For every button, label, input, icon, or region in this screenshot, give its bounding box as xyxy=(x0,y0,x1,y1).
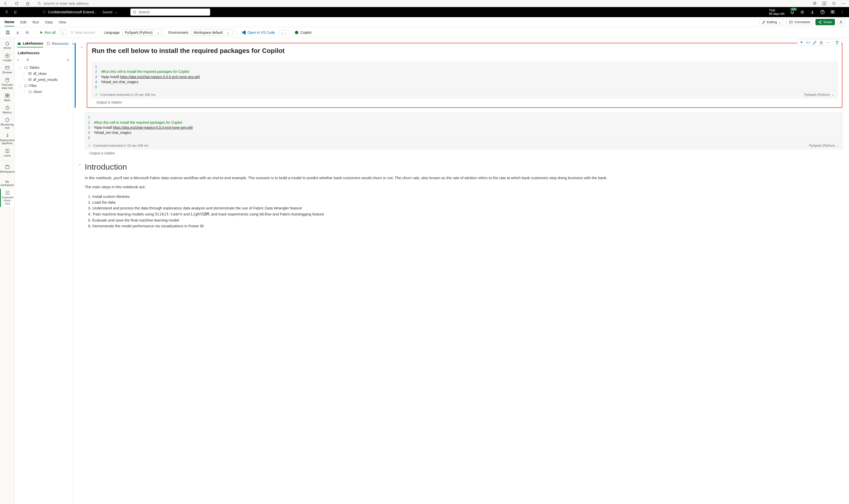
open-vscode-button[interactable]: Open in VS Code xyxy=(240,29,276,36)
rail-apps[interactable]: Apps xyxy=(0,91,14,103)
saved-status: Saved xyxy=(102,10,112,14)
app-more-icon[interactable]: ⋮ xyxy=(841,10,844,14)
chevron-down-icon[interactable]: ⌄ xyxy=(60,30,66,35)
edit-icon[interactable] xyxy=(813,40,817,44)
settings-icon[interactable] xyxy=(800,10,804,14)
address-bar[interactable]: Search or enter web address xyxy=(35,1,808,5)
svg-point-16 xyxy=(295,31,298,34)
svg-point-8 xyxy=(831,11,833,12)
cell-intro: ⌄ Introduction In this notebook, you'll … xyxy=(75,160,843,229)
chevron-down-icon[interactable]: ⌄ xyxy=(279,30,285,35)
save-icon[interactable] xyxy=(4,29,12,36)
svg-rect-35 xyxy=(820,42,822,44)
app-letter[interactable]: C xyxy=(14,10,39,14)
search-input[interactable]: Search xyxy=(131,8,210,16)
cell-lang[interactable]: PySpark (Python) ⌄ xyxy=(809,144,839,147)
waffle-icon[interactable]: ⠿ xyxy=(2,10,11,14)
gear-icon[interactable] xyxy=(24,30,31,36)
cell-2: 12345 #Run this cell to install the requ… xyxy=(75,112,843,156)
rail-metrics[interactable]: Metrics xyxy=(0,104,14,116)
back-icon[interactable] xyxy=(3,1,7,5)
svg-point-9 xyxy=(833,11,834,12)
svg-rect-30 xyxy=(25,67,28,69)
chevron-down-icon[interactable]: ⌄ xyxy=(114,10,117,14)
toolbar: Run all ⌄ Stop session Language PySpark … xyxy=(0,27,849,38)
people-button[interactable] xyxy=(837,19,845,26)
collapse-chevron[interactable]: ⌄ xyxy=(78,162,81,229)
environment-dropdown[interactable]: Workspace default⌄ xyxy=(191,29,232,36)
switch-icon[interactable] xyxy=(66,58,70,62)
breadcrumb[interactable]: 🛡 Confidential\Microsoft Extend... · Sav… xyxy=(42,10,117,14)
code-block[interactable]: 12345 #Run this cell to install the requ… xyxy=(85,112,843,149)
more-icon[interactable] xyxy=(842,1,846,5)
cell-title: Run the cell below to install the requir… xyxy=(92,47,837,55)
output-hidden[interactable]: Output is hidden xyxy=(85,149,843,156)
rail-browse[interactable]: Browse xyxy=(0,64,14,76)
environment-label: Environment xyxy=(169,31,188,35)
stop-session-button[interactable]: Stop session xyxy=(69,30,97,36)
refresh-icon[interactable] xyxy=(15,1,19,5)
download-icon[interactable] xyxy=(810,10,815,14)
tab-view[interactable]: View xyxy=(58,18,66,26)
collapse-chevron[interactable]: ⌄ xyxy=(80,44,83,108)
help-icon[interactable] xyxy=(820,10,825,14)
search-icon xyxy=(37,1,41,5)
home-icon[interactable] xyxy=(26,1,30,5)
download-icon[interactable] xyxy=(14,30,21,36)
tree-df-pred[interactable]: ›df_pred_results xyxy=(16,77,71,83)
comments-button[interactable]: Comments xyxy=(786,19,813,25)
favorites-icon[interactable] xyxy=(832,1,836,5)
account-icon[interactable] xyxy=(830,10,835,14)
chevron-down-icon: ⌄ xyxy=(157,31,160,35)
side-panel: Lakehouses Resources « Lakehouses r ⌄Tab… xyxy=(15,38,73,504)
delete-icon[interactable] xyxy=(835,40,839,44)
lock-icon[interactable] xyxy=(819,40,823,44)
rail-create[interactable]: Create xyxy=(0,52,14,64)
more-icon[interactable]: ⋯ xyxy=(826,40,830,44)
tab-run[interactable]: Run xyxy=(33,18,39,26)
notifications-icon[interactable]: 125 xyxy=(790,10,795,14)
svg-point-11 xyxy=(819,22,820,23)
run-all-button[interactable]: Run all xyxy=(38,30,57,36)
tree-df-clean[interactable]: ›df_clean xyxy=(16,71,71,77)
sidetab-resources[interactable]: Resources xyxy=(47,40,69,47)
share-button[interactable]: Share xyxy=(815,19,835,25)
exec-status: -Command executed in 15 sec 426 ms xyxy=(99,93,156,96)
panel-title: Lakehouses xyxy=(15,48,73,56)
rail-workspaces[interactable]: Workspaces xyxy=(0,163,14,175)
rail-learn[interactable]: Learn xyxy=(0,147,14,159)
split-icon[interactable] xyxy=(822,1,826,5)
output-hidden[interactable]: Output is hidden xyxy=(92,98,837,105)
rail-onelake[interactable]: OneLake data hub xyxy=(0,76,14,91)
pin-icon[interactable] xyxy=(26,58,30,62)
code-icon[interactable] xyxy=(806,40,810,44)
rail-deploy[interactable]: Deployment pipelines xyxy=(0,131,14,146)
sidetab-lakehouses[interactable]: Lakehouses xyxy=(17,40,43,47)
notification-badge: 125 xyxy=(790,8,797,11)
rail-myworkspace[interactable]: My workspace xyxy=(0,178,14,188)
tree-files[interactable]: ⌄Files xyxy=(16,83,71,89)
shield-icon: 🛡 xyxy=(42,10,46,14)
rail-current-item[interactable]: Customer churn-513 xyxy=(0,189,14,207)
tree-tables[interactable]: ⌄Tables xyxy=(16,65,71,71)
search-placeholder: Search xyxy=(138,10,150,14)
code-block[interactable]: 12345 #Run this cell to install the requ… xyxy=(92,62,837,98)
sparkle-icon[interactable] xyxy=(800,40,803,44)
svg-point-5 xyxy=(134,11,136,13)
tab-home[interactable]: Home xyxy=(4,18,14,26)
tab-edit[interactable]: Edit xyxy=(20,18,27,26)
svg-rect-20 xyxy=(5,94,7,95)
exec-status: -Command executed in 15 sec 426 ms xyxy=(92,144,149,147)
tab-data[interactable]: Data xyxy=(45,18,53,26)
chevron-down-icon: ⌄ xyxy=(778,20,781,24)
language-dropdown[interactable]: PySpark (Python)⌄ xyxy=(122,29,162,36)
rail-home[interactable]: Home xyxy=(0,39,14,51)
tree-churn[interactable]: ›churn xyxy=(16,89,71,95)
extension-icon[interactable] xyxy=(813,1,817,5)
rail-monitoring[interactable]: Monitoring hub xyxy=(0,116,14,131)
cell-lang[interactable]: PySpark (Python) ⌄ xyxy=(804,93,834,96)
svg-point-14 xyxy=(27,32,28,33)
language-label: Language xyxy=(104,31,120,35)
copilot-button[interactable]: Copilot xyxy=(293,29,313,36)
editing-mode[interactable]: Editing ⌄ xyxy=(759,19,784,25)
